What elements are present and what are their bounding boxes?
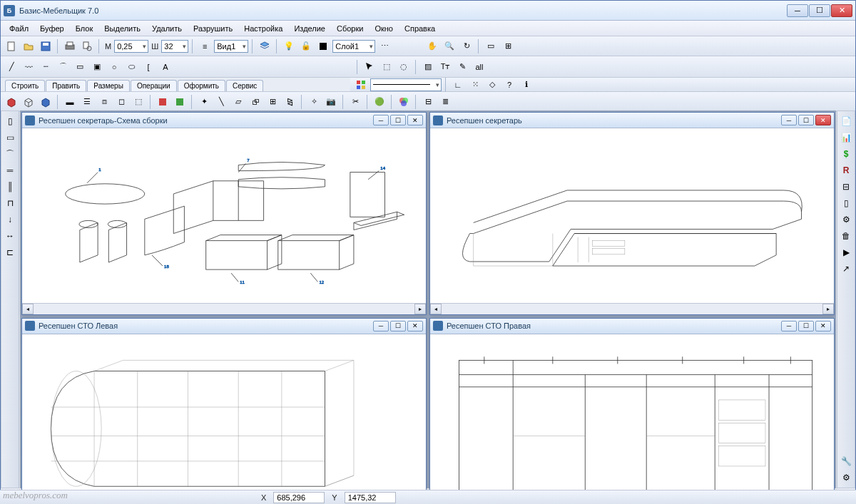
cube-single-icon[interactable]: ◻: [113, 94, 129, 110]
menu-help[interactable]: Справка: [399, 22, 441, 35]
text-caps-icon[interactable]: Tᴛ: [437, 59, 453, 75]
grid-dots-icon[interactable]: ⁙: [467, 77, 483, 93]
menu-block[interactable]: Блок: [70, 22, 99, 35]
doc-minimize-button[interactable]: ─: [373, 115, 389, 125]
tab-format[interactable]: Оформить: [178, 80, 225, 91]
dock-curve-icon[interactable]: ⌒: [3, 147, 17, 161]
camera-icon[interactable]: 📷: [323, 94, 339, 110]
doc-close-button[interactable]: ✕: [815, 321, 831, 331]
menu-assemblies[interactable]: Сборки: [331, 22, 369, 35]
color-swatch-icon[interactable]: [315, 38, 331, 54]
horizontal-scrollbar[interactable]: ◂▸: [430, 303, 834, 314]
dock-delete-icon[interactable]: 🗑: [839, 229, 853, 243]
layer-manager-icon[interactable]: ⋯: [377, 38, 392, 54]
dock-divider-icon[interactable]: ║: [3, 180, 17, 194]
select-rect-icon[interactable]: ⬚: [379, 59, 394, 75]
cut-icon[interactable]: ✂: [347, 94, 363, 110]
document-canvas[interactable]: [430, 334, 834, 504]
refresh-icon[interactable]: ↻: [459, 38, 474, 54]
document-canvas[interactable]: [430, 128, 834, 303]
line-tool-icon[interactable]: ╱: [4, 59, 19, 75]
info-icon[interactable]: ℹ: [519, 77, 534, 93]
explode-icon[interactable]: ✧: [306, 94, 322, 110]
doc-maximize-button[interactable]: ☐: [798, 321, 814, 331]
tab-build[interactable]: Строить: [5, 80, 45, 91]
snap-grid-icon[interactable]: ∟: [450, 77, 466, 93]
maximize-button[interactable]: ☐: [809, 4, 830, 17]
dock-arrow-down-icon[interactable]: ↓: [3, 212, 17, 227]
menu-select[interactable]: Выделить: [98, 22, 146, 35]
dock-section-icon[interactable]: ⊓: [3, 196, 17, 210]
arc-tool-icon[interactable]: ⌒: [55, 59, 71, 75]
dock-chart-icon[interactable]: 📊: [839, 130, 853, 145]
doc-close-button[interactable]: ✕: [407, 115, 423, 125]
dock-dimension-icon[interactable]: ↔: [3, 229, 17, 243]
menu-product[interactable]: Изделие: [288, 22, 331, 35]
edge-icon[interactable]: ╲: [213, 94, 229, 110]
lock-icon[interactable]: 🔓: [298, 38, 314, 54]
doc-maximize-button[interactable]: ☐: [390, 115, 406, 125]
document-titlebar[interactable]: Ресепшен СТО Правая ─ ☐ ✕: [430, 319, 834, 334]
select-all-icon[interactable]: all: [472, 59, 487, 75]
menu-destroy[interactable]: Разрушить: [188, 22, 238, 35]
rect-tool-icon[interactable]: ▭: [72, 59, 88, 75]
dock-report-icon[interactable]: 📄: [839, 114, 853, 128]
boundary-tool-icon[interactable]: ▣: [89, 59, 105, 75]
document-titlebar[interactable]: Ресепшен СТО Левая ─ ☐ ✕: [22, 319, 426, 334]
document-titlebar[interactable]: Ресепшен секретарь ─ ☐ ✕: [430, 113, 834, 128]
text-tool-icon[interactable]: A: [158, 59, 173, 75]
dock-panel-v-icon[interactable]: ▯: [3, 114, 17, 128]
dock-price-icon[interactable]: $: [839, 147, 853, 161]
minimize-button[interactable]: ─: [787, 4, 808, 17]
menu-delete[interactable]: Удалить: [146, 22, 188, 35]
width-sh-combo[interactable]: 32: [161, 40, 188, 53]
cube-group-icon[interactable]: ⬚: [131, 94, 146, 110]
doc-minimize-button[interactable]: ─: [373, 321, 389, 331]
open-file-icon[interactable]: [21, 38, 36, 54]
horizontal-scrollbar[interactable]: ◂▸: [22, 303, 426, 314]
round-rect-icon[interactable]: ⬭: [123, 59, 139, 75]
zoom-icon[interactable]: 🔍: [442, 38, 457, 54]
polyline-tool-icon[interactable]: 〰: [21, 59, 36, 75]
menu-settings[interactable]: Настройка: [238, 22, 288, 35]
list-icon[interactable]: ≣: [437, 94, 453, 110]
print-preview-icon[interactable]: [79, 38, 95, 54]
dock-shelf-icon[interactable]: ═: [3, 163, 17, 178]
tab-operations[interactable]: Операции: [131, 80, 177, 91]
tab-service[interactable]: Сервис: [226, 80, 263, 91]
dock-hardware-icon[interactable]: ⚙: [839, 212, 853, 227]
dock-align-icon[interactable]: ⊏: [3, 245, 17, 259]
doc-minimize-button[interactable]: ─: [781, 115, 797, 125]
layer-combo[interactable]: Слой1: [332, 40, 375, 53]
save-icon[interactable]: [38, 38, 54, 54]
window-single-icon[interactable]: ▭: [483, 38, 499, 54]
dock-panel-h-icon[interactable]: ▭: [3, 130, 17, 145]
mirror-icon[interactable]: ⧎: [282, 94, 297, 110]
menu-buffer[interactable]: Буфер: [34, 22, 70, 35]
pan-hand-icon[interactable]: ✋: [424, 38, 440, 54]
select-lasso-icon[interactable]: ◌: [396, 59, 412, 75]
dock-flag-icon[interactable]: ▶: [839, 245, 853, 259]
tab-edit[interactable]: Править: [46, 80, 86, 91]
axis-icon[interactable]: ✦: [196, 94, 212, 110]
menu-window[interactable]: Окно: [369, 22, 399, 35]
panel-multi-icon[interactable]: ☰: [79, 94, 95, 110]
dash-tool-icon[interactable]: ┄: [38, 59, 54, 75]
rgb-circles-icon[interactable]: [396, 94, 412, 110]
help-icon[interactable]: ?: [501, 77, 517, 93]
panel-icon[interactable]: ▬: [62, 94, 78, 110]
doc-maximize-button[interactable]: ☐: [798, 115, 814, 125]
new-file-icon[interactable]: [4, 38, 19, 54]
document-canvas[interactable]: 1 18 7 14 11 12: [22, 128, 426, 303]
print-icon[interactable]: [62, 38, 78, 54]
linetype-combo[interactable]: [370, 78, 442, 91]
box-blue-icon[interactable]: [38, 94, 54, 110]
lightbulb-icon[interactable]: 💡: [281, 38, 297, 54]
cube-stack-icon[interactable]: ⧈: [96, 94, 112, 110]
material-green-icon[interactable]: [172, 94, 188, 110]
bracket-icon[interactable]: [: [141, 59, 156, 75]
circle-tool-icon[interactable]: ○: [106, 59, 122, 75]
menu-file[interactable]: Файл: [4, 22, 34, 35]
view-combo[interactable]: Вид1: [214, 40, 248, 53]
doc-minimize-button[interactable]: ─: [781, 321, 797, 331]
